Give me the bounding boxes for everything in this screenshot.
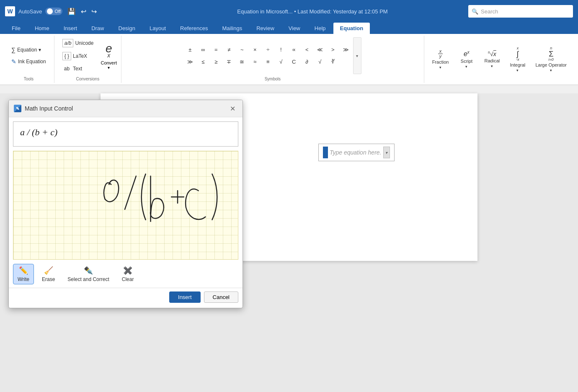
- symbols-label: Symbols: [265, 76, 281, 81]
- fraction-button[interactable]: x y Fraction ▾: [428, 37, 453, 81]
- select-correct-icon: ✒️: [84, 266, 93, 275]
- sym-identical[interactable]: ≡: [262, 56, 274, 68]
- sym-cbrt[interactable]: ∛: [327, 56, 339, 68]
- drawing-canvas[interactable]: [13, 151, 238, 260]
- tab-equation[interactable]: Equation: [333, 23, 370, 34]
- dialog-title-icon: ✎: [14, 105, 21, 112]
- sym-divide[interactable]: ÷: [262, 44, 274, 56]
- sym-not-equals[interactable]: ≠: [223, 44, 235, 56]
- sym-partial[interactable]: ∂: [301, 56, 313, 68]
- dialog-toolbar: ✏️ Write 🧹 Erase ✒️ Select and Correct ✖…: [9, 260, 243, 288]
- structures-section: x y Fraction ▾ ex Script ▾ n√x Radical ▾…: [424, 36, 575, 83]
- math-input-dialog: ✎ Math Input Control ✕ a / (b + c): [8, 100, 243, 308]
- radical-dropdown: ▾: [491, 64, 493, 68]
- sym-sqrt2[interactable]: √: [314, 56, 326, 68]
- sym-proportional[interactable]: ∝: [288, 44, 300, 56]
- convert-dropdown: ▾: [108, 65, 110, 70]
- cancel-button[interactable]: Cancel: [204, 291, 238, 303]
- tab-draw[interactable]: Draw: [85, 23, 111, 34]
- page-wrapper: Type equation here. ▾ ✎ Math Input Contr…: [0, 93, 578, 392]
- symbols-expand[interactable]: ▾: [353, 37, 361, 74]
- sym-less[interactable]: <: [301, 44, 313, 56]
- ribbon: ∑ Equation ▾ ✎ Ink Equation Tools a/b Un…: [0, 34, 578, 85]
- sym-C[interactable]: C: [288, 56, 300, 68]
- script-dropdown: ▾: [465, 64, 467, 69]
- tab-design[interactable]: Design: [112, 23, 142, 34]
- sym-approx[interactable]: ≈: [249, 56, 261, 68]
- insert-button[interactable]: Insert: [169, 291, 201, 303]
- conversions-group: a/b Unicode { } LaTeX ab Text e x Conver…: [59, 37, 117, 74]
- undo-button[interactable]: ↩: [79, 7, 88, 16]
- sym-minus-plus[interactable]: ∓: [223, 56, 235, 68]
- tab-layout[interactable]: Layout: [143, 23, 173, 34]
- sym-empty: [340, 56, 352, 68]
- integral-dropdown: ▾: [516, 68, 519, 72]
- tab-home[interactable]: Home: [28, 23, 56, 34]
- sym-infinity[interactable]: ∞: [197, 44, 209, 56]
- dialog-title-text: Math Input Control: [25, 105, 73, 112]
- sym-congruent[interactable]: ≅: [236, 56, 248, 68]
- tab-mailings[interactable]: Mailings: [216, 23, 249, 34]
- conversions-buttons: a/b Unicode { } LaTeX ab Text: [59, 37, 98, 74]
- dialog-close-button[interactable]: ✕: [227, 103, 237, 113]
- equation-icon: ∑: [11, 46, 15, 53]
- tab-help[interactable]: Help: [308, 23, 333, 34]
- dialog-footer: Insert Cancel: [9, 288, 243, 308]
- save-button[interactable]: 💾: [66, 7, 77, 16]
- large-operator-button[interactable]: n Σ i=0 Large Operator ▾: [532, 37, 570, 81]
- title-bar-left: W AutoSave Off 💾 ↩ ↪: [5, 6, 157, 16]
- symbols-grid: ± ∞ = ≠ ~ × ÷ ! ∝ < ≪ > ≫ ≫ ≤ ≥ ∓ ≅ ≈ ≡: [184, 44, 352, 68]
- sym-greater-eq[interactable]: ≥: [210, 56, 222, 68]
- equation-dropdown-icon: ▾: [39, 47, 41, 53]
- autosave-label: AutoSave: [18, 8, 42, 15]
- convert-group: e x Convert ▾: [101, 42, 117, 70]
- unicode-button[interactable]: a/b Unicode: [59, 37, 98, 49]
- title-bar: W AutoSave Off 💾 ↩ ↪ Equation in Microso…: [0, 0, 578, 23]
- tab-view[interactable]: View: [282, 23, 307, 34]
- ink-equation-button[interactable]: ✎ Ink Equation: [8, 57, 50, 67]
- tab-references[interactable]: References: [173, 23, 214, 34]
- write-icon: ✏️: [19, 266, 28, 275]
- dialog-title-group: ✎ Math Input Control: [14, 105, 73, 112]
- conversions-label: Conversions: [76, 76, 100, 81]
- sym-greater[interactable]: >: [327, 44, 339, 56]
- redo-button[interactable]: ↪: [90, 7, 98, 16]
- sym-less-eq[interactable]: ≤: [197, 56, 209, 68]
- write-button[interactable]: ✏️ Write: [13, 264, 34, 284]
- erase-icon: 🧹: [44, 266, 53, 275]
- integral-button[interactable]: x ∫ -x Integral ▾: [506, 37, 529, 81]
- clear-button[interactable]: ✖️ Clear: [117, 264, 139, 284]
- large-op-dropdown: ▾: [550, 68, 552, 72]
- radical-icon: n√x: [488, 50, 496, 57]
- equation-button[interactable]: ∑ Equation ▾: [8, 45, 50, 55]
- sym-exclaim[interactable]: !: [275, 44, 287, 56]
- sym-times[interactable]: ×: [249, 44, 261, 56]
- sym-tilde[interactable]: ~: [236, 44, 248, 56]
- clear-icon: ✖️: [123, 266, 132, 275]
- text-button[interactable]: ab Text: [59, 63, 98, 74]
- select-correct-button[interactable]: ✒️ Select and Correct: [63, 264, 114, 284]
- unicode-icon: a/b: [62, 39, 74, 47]
- tab-file[interactable]: File: [5, 23, 27, 34]
- autosave-toggle[interactable]: Off: [45, 8, 62, 15]
- search-icon: 🔍: [472, 8, 478, 15]
- document-title: Equation in Microsoft... • Last Modified…: [161, 8, 464, 15]
- sym-sqrt[interactable]: √: [275, 56, 287, 68]
- tools-section: ∑ Equation ▾ ✎ Ink Equation Tools: [3, 36, 54, 83]
- search-box[interactable]: 🔍 Search: [468, 5, 573, 18]
- integral-icon: x ∫ -x: [516, 46, 519, 62]
- sym-much-greater[interactable]: ≫: [340, 44, 352, 56]
- erase-button[interactable]: 🧹 Erase: [37, 264, 59, 284]
- tab-review[interactable]: Review: [250, 23, 281, 34]
- script-button[interactable]: ex Script ▾: [455, 37, 478, 81]
- sym-plus-minus[interactable]: ±: [184, 44, 196, 56]
- conversions-section: a/b Unicode { } LaTeX ab Text e x Conver…: [54, 36, 121, 83]
- sym-equals[interactable]: =: [210, 44, 222, 56]
- sym-dbl-greater[interactable]: ≫: [184, 56, 196, 68]
- large-operator-icon: n Σ i=0: [549, 46, 554, 62]
- tab-insert[interactable]: Insert: [57, 23, 84, 34]
- sym-much-less[interactable]: ≪: [314, 44, 326, 56]
- latex-button[interactable]: { } LaTeX: [59, 50, 98, 62]
- dialog-preview: a / (b + c): [13, 121, 238, 147]
- radical-button[interactable]: n√x Radical ▾: [480, 37, 503, 81]
